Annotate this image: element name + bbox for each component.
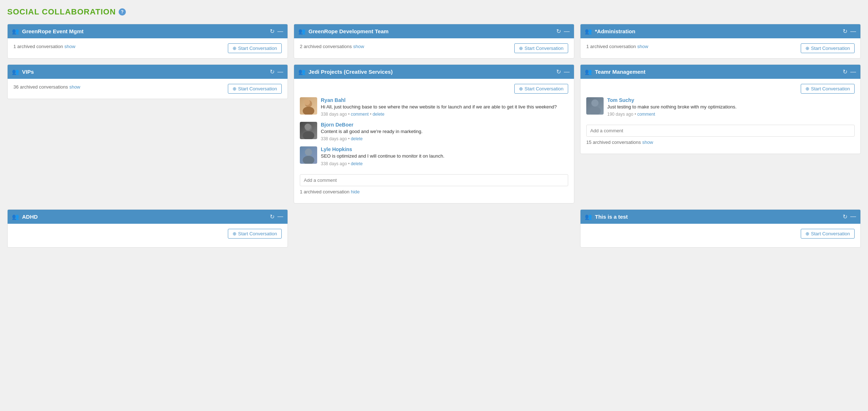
collapse-icon-administration[interactable]: — [850,28,856,35]
card-title-administration: *Administration [595,28,635,34]
group-icon: 👥 [12,68,19,75]
start-conversation-btn-adhd[interactable]: ⊕ Start Conversation [228,229,282,239]
delete-link-ryan[interactable]: delete [373,112,384,117]
group-icon: 👥 [298,28,306,35]
card-title-adhd: ADHD [22,214,38,220]
conversation-item-bjorn: Bjorn DeBoer Content is all good and we'… [300,122,568,141]
show-link-teamr[interactable]: show [642,140,653,145]
card-body-administration: 1 archived conversation show ⊕ Start Con… [580,38,860,58]
card-title-greenrope-event: GreenRope Event Mgmt [22,28,84,34]
svg-point-8 [591,99,599,107]
collapse-icon-vips[interactable]: — [277,69,283,75]
hide-link-jedi[interactable]: hide [351,189,360,194]
help-icon[interactable]: ? [119,8,126,16]
refresh-icon-jedi-projects[interactable]: ↻ [556,68,561,75]
svg-point-2 [304,99,310,105]
archived-text-jedi: 1 archived conversation hide [300,189,568,194]
group-icon: 👥 [12,28,19,35]
plus-icon: ⊕ [233,46,237,51]
card-jedi-projects: 👥 Jedi Projects (Creative Services) ↻ — … [294,64,574,204]
card-header-greenrope-event: 👥 GreenRope Event Mgmt ↻ — [8,24,288,38]
collapse-icon-this-is-a-test[interactable]: — [850,213,856,220]
show-link-vips[interactable]: show [69,84,80,90]
svg-point-4 [303,131,314,139]
card-body-this-is-a-test: ⊕ Start Conversation [580,224,860,247]
refresh-icon-administration[interactable]: ↻ [843,28,847,35]
group-icon: 👥 [298,68,306,75]
card-header-administration: 👥 *Administration ↻ — [580,24,860,38]
card-title-greenrope-dev: GreenRope Development Team [309,28,388,34]
plus-icon: ⊕ [233,86,237,91]
show-link-greenrope-dev[interactable]: show [353,44,364,49]
card-header-vips: 👥 VIPs ↻ — [8,65,288,79]
comment-input-jedi[interactable] [300,174,568,186]
refresh-icon-adhd[interactable]: ↻ [270,213,275,220]
start-conversation-btn-greenrope-dev[interactable]: ⊕ Start Conversation [514,43,568,53]
conversation-item-tom: Tom Suchy Just testing to make sure noth… [586,97,855,117]
refresh-icon-vips[interactable]: ↻ [270,68,275,75]
avatar-ryan [300,97,317,115]
avatar-bjorn [300,122,317,139]
card-header-adhd: 👥 ADHD ↻ — [8,210,288,224]
delete-link-lyle[interactable]: delete [351,161,363,166]
start-conversation-btn-jedi-projects[interactable]: ⊕ Start Conversation [514,84,568,94]
refresh-icon-this-is-a-test[interactable]: ↻ [843,213,847,220]
collapse-icon-teamr[interactable]: — [850,69,856,75]
start-conversation-btn-teamr[interactable]: ⊕ Start Conversation [801,84,855,94]
start-conversation-btn-greenrope-event[interactable]: ⊕ Start Conversation [228,43,282,53]
show-link-greenrope-event[interactable]: show [64,44,75,49]
refresh-icon-greenrope-dev[interactable]: ↻ [556,28,561,35]
page-title: SOCIAL COLLABORATION [7,7,116,17]
svg-point-1 [303,107,314,115]
card-title-this-is-a-test: This is a test [595,214,628,220]
conv-name-lyle[interactable]: Lyle Hopkins [321,146,352,152]
delete-link-bjorn[interactable]: delete [351,136,363,141]
group-icon: 👥 [12,213,19,220]
plus-icon: ⊕ [805,46,809,51]
collapse-icon-greenrope-event[interactable]: — [277,28,283,35]
plus-icon: ⊕ [805,231,809,236]
comment-link-tom[interactable]: comment [637,112,655,117]
card-body-adhd: ⊕ Start Conversation [8,224,288,247]
conv-meta-bjorn: 338 days ago • delete [321,136,422,141]
start-conversation-btn-vips[interactable]: ⊕ Start Conversation [228,84,282,94]
card-title-vips: VIPs [22,69,34,75]
card-header-this-is-a-test: 👥 This is a test ↻ — [580,210,860,224]
comment-input-teamr[interactable] [586,125,855,137]
svg-point-7 [303,156,314,164]
card-title-jedi-projects: Jedi Projects (Creative Services) [309,69,393,75]
card-greenrope-dev: 👥 GreenRope Development Team ↻ — 2 archi… [294,24,574,59]
conv-name-bjorn[interactable]: Bjorn DeBoer [321,122,353,128]
refresh-icon-teamr[interactable]: ↻ [843,68,847,75]
group-icon: 👥 [585,68,592,75]
plus-icon: ⊕ [233,231,237,236]
conversation-item-lyle: Lyle Hopkins SEO is optimized and I will… [300,146,568,166]
start-conversation-btn-administration[interactable]: ⊕ Start Conversation [801,43,855,53]
avatar-lyle [300,146,317,164]
group-icon: 👥 [585,28,592,35]
collapse-icon-adhd[interactable]: — [277,213,283,220]
start-conversation-btn-this-is-a-test[interactable]: ⊕ Start Conversation [801,229,855,239]
show-link-administration[interactable]: show [637,44,648,49]
conv-meta-tom: 190 days ago • comment [607,112,737,117]
svg-point-6 [305,149,312,156]
card-this-is-a-test: 👥 This is a test ↻ — ⊕ Start Conversatio… [580,209,861,248]
archived-text-administration: 1 archived conversation show [586,44,648,49]
archived-text-vips: 36 archived conversations show [13,84,80,90]
comment-link-ryan[interactable]: comment [351,112,369,117]
svg-point-5 [305,124,311,130]
collapse-icon-greenrope-dev[interactable]: — [564,28,570,35]
conv-text-lyle: SEO is optimized and I will continue to … [321,153,444,159]
card-body-jedi-projects: ⊕ Start Conversation Ryan Bahl Hi All, j… [294,79,574,203]
conv-name-ryan[interactable]: Ryan Bahl [321,97,345,103]
group-icon: 👥 [585,213,592,220]
refresh-icon-greenrope-event[interactable]: ↻ [270,28,275,35]
card-vips: 👥 VIPs ↻ — 36 archived conversations sho… [7,64,288,99]
card-administration: 👥 *Administration ↻ — 1 archived convers… [580,24,861,59]
conv-name-tom[interactable]: Tom Suchy [607,97,634,103]
conv-text-ryan: Hi All, just touching base to see where … [321,104,557,110]
plus-icon: ⊕ [805,86,809,91]
collapse-icon-jedi-projects[interactable]: — [564,69,570,75]
card-body-greenrope-event: 1 archived conversation show ⊕ Start Con… [8,38,288,58]
conv-meta-lyle: 338 days ago • delete [321,161,444,166]
